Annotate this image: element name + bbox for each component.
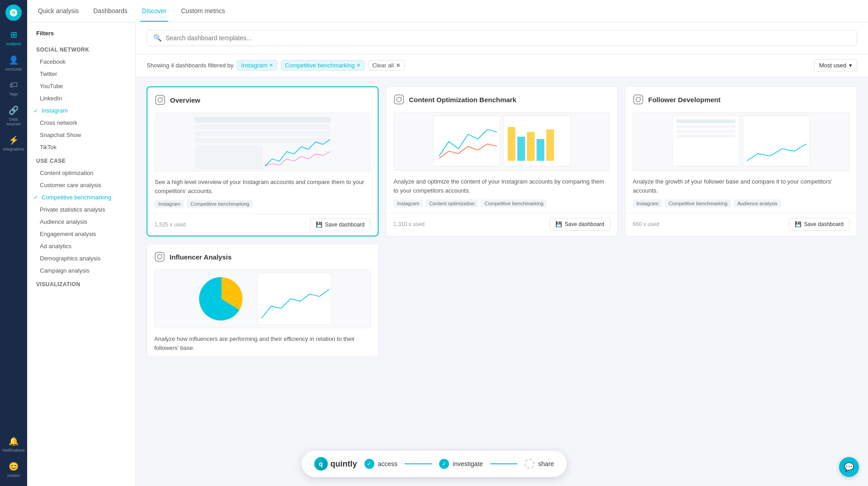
sort-dropdown[interactable]: Most used ▾	[814, 59, 857, 71]
svg-rect-28	[677, 130, 735, 132]
filter-youtube[interactable]: YouTube	[27, 80, 135, 92]
card-title-content-opt: Content Optimization Benchmark	[409, 96, 517, 104]
investigate-check-icon: ✓	[439, 459, 449, 469]
save-dashboard-follower[interactable]: 💾 Save dashboard	[789, 218, 849, 231]
filter-cross-network[interactable]: Cross network	[27, 117, 135, 129]
card-header-content-opt: Content Optimization Benchmark	[386, 87, 617, 112]
banner-step-investigate: ✓ investigate	[439, 459, 483, 469]
filter-bar-text: Showing 4 dashboards filtered by	[147, 62, 233, 69]
card-desc-influencer: Analyze how influencers are performing a…	[147, 328, 378, 357]
top-navigation: Quick analysis Dashboards Discover Custo…	[27, 0, 868, 23]
card-tag-audience[interactable]: Audience analysis	[734, 199, 781, 208]
svg-rect-9	[394, 95, 403, 104]
save-icon-3: 💾	[795, 221, 802, 227]
save-icon-2: 💾	[555, 221, 562, 227]
card-title-influencer: Influencer Analysis	[170, 253, 232, 261]
filter-ad-analytics[interactable]: Ad analytics	[27, 240, 135, 252]
instagram-icon	[155, 94, 166, 105]
investigate-label: investigate	[453, 460, 483, 467]
section-use-case: Use case	[27, 153, 135, 167]
filter-competitive-benchmarking[interactable]: ✓ Competitive benchmarking	[27, 191, 135, 203]
filter-tag-competitive-benchmarking[interactable]: Competitive benchmarking ✕	[281, 60, 365, 71]
filter-facebook[interactable]: Facebook	[27, 56, 135, 68]
card-tag-ig-3[interactable]: Instagram	[633, 199, 662, 208]
hubert-icon: 😊	[9, 462, 19, 472]
card-preview-influencer	[154, 269, 371, 328]
svg-rect-20	[634, 95, 643, 104]
filter-twitter[interactable]: Twitter	[27, 68, 135, 80]
card-desc-follower: Analyze the growth of your follower base…	[626, 171, 857, 199]
save-dashboard-content-opt[interactable]: 💾 Save dashboard	[550, 218, 610, 231]
card-tag-comp-bench-3[interactable]: Competitive benchmarking	[665, 199, 731, 208]
svg-rect-26	[677, 119, 735, 123]
sidebar-item-integrations[interactable]: ⚡ Integrations	[2, 132, 25, 155]
banner-step-access: ✓ access	[364, 459, 398, 469]
card-footer-follower: 660 x used 💾 Save dashboard	[626, 213, 857, 235]
card-follower-development[interactable]: Follower Development	[625, 86, 857, 236]
chat-icon: 💬	[844, 462, 854, 472]
svg-rect-18	[536, 139, 544, 161]
card-tag-comp-bench-2[interactable]: Competitive benchmarking	[481, 199, 547, 208]
svg-rect-15	[508, 127, 515, 161]
card-content-optimization[interactable]: Content Optimization Benchmark	[386, 86, 618, 236]
filter-tiktok[interactable]: TikTok	[27, 141, 135, 153]
svg-rect-29	[677, 135, 735, 137]
filter-private-statistics[interactable]: Private statistics analysis	[27, 203, 135, 216]
filter-demographics-analysis[interactable]: Demographics analysis	[27, 252, 135, 264]
card-used-follower: 660 x used	[633, 221, 659, 227]
banner-logo-circle: q	[314, 457, 327, 471]
card-tag-ig-2[interactable]: Instagram	[394, 199, 423, 208]
filter-audience-analysis[interactable]: Audience analysis	[27, 216, 135, 228]
card-footer-content-opt: 1,310 x used 💾 Save dashboard	[386, 213, 617, 235]
main-content: Quick analysis Dashboards Discover Custo…	[27, 0, 868, 486]
svg-rect-5	[195, 125, 330, 130]
sidebar-item-tags[interactable]: 🏷 Tags	[2, 77, 25, 100]
sidebar-item-analysis[interactable]: ⊞ Analysis	[2, 26, 25, 50]
filter-tag-instagram[interactable]: Instagram ✕	[237, 60, 277, 71]
search-input[interactable]	[166, 34, 850, 42]
accounts-icon: 👤	[9, 55, 19, 65]
tab-custom-metrics[interactable]: Custom metrics	[179, 1, 227, 22]
filter-linkedin[interactable]: LinkedIn	[27, 92, 135, 104]
filter-instagram[interactable]: ✓ Instagram	[27, 104, 135, 117]
preview-chart-influencer	[155, 270, 370, 328]
card-used-content-opt: 1,310 x used	[394, 221, 425, 227]
svg-point-2	[162, 97, 163, 98]
svg-point-31	[157, 255, 162, 259]
card-tag-instagram[interactable]: Instagram	[155, 200, 184, 208]
card-header-follower: Follower Development	[626, 87, 857, 112]
save-dashboard-overview[interactable]: 💾 Save dashboard	[310, 218, 370, 231]
svg-rect-16	[517, 137, 525, 160]
card-tag-competitive[interactable]: Competitive benchmarking	[187, 200, 253, 208]
sidebar-item-accounts[interactable]: 👤 Accounts	[2, 52, 25, 75]
app-logo[interactable]	[5, 5, 22, 21]
chat-button[interactable]: 💬	[839, 457, 859, 477]
filter-customer-care[interactable]: Customer care analysis	[27, 179, 135, 191]
filter-content-optimization[interactable]: Content optimization	[27, 167, 135, 179]
instagram-icon-3	[633, 94, 644, 105]
sidebar-item-hubert[interactable]: 😊 Hubert	[2, 458, 25, 481]
tab-discover[interactable]: Discover	[140, 1, 168, 22]
remove-instagram-filter[interactable]: ✕	[269, 62, 273, 68]
svg-rect-30	[155, 252, 164, 261]
tab-quick-analysis[interactable]: Quick analysis	[36, 1, 81, 22]
filter-engagement-analysis[interactable]: Engagement analysis	[27, 228, 135, 240]
sidebar-item-data-sources[interactable]: 🔗 Data sources	[2, 102, 25, 130]
clear-all-button[interactable]: Clear all ✕	[368, 60, 405, 71]
card-influencer-analysis[interactable]: Influencer Analysis	[147, 244, 379, 357]
svg-point-21	[636, 97, 640, 102]
tab-dashboards[interactable]: Dashboards	[91, 1, 129, 22]
notifications-icon: 🔔	[9, 436, 19, 446]
search-box: 🔍	[147, 30, 857, 46]
section-social-network: Social network	[27, 42, 135, 56]
card-overview[interactable]: Overview	[147, 86, 379, 236]
card-preview-overview	[155, 113, 370, 171]
filter-campaign-analysis[interactable]: Campaign analysis	[27, 264, 135, 277]
filter-bar-left: Showing 4 dashboards filtered by Instagr…	[147, 60, 405, 71]
filter-snapchat-show[interactable]: Snapchat Show	[27, 129, 135, 141]
banner-logo-text: quintly	[330, 459, 357, 469]
card-tag-content-opt[interactable]: Content optimization	[426, 199, 478, 208]
sidebar-item-notifications[interactable]: 🔔 Notifications	[2, 433, 25, 456]
remove-competitive-filter[interactable]: ✕	[356, 62, 360, 68]
share-circle-icon	[525, 459, 535, 469]
